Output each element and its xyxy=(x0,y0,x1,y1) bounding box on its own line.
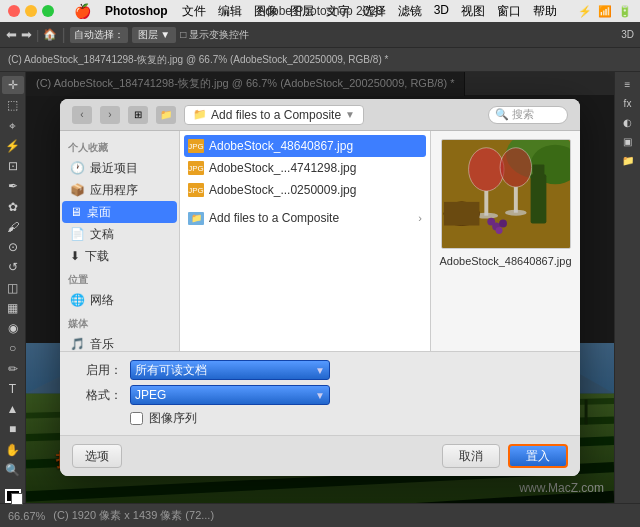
sidebar-label-music: 音乐 xyxy=(90,336,114,352)
file-name-2: AdobeStock_...0250009.jpg xyxy=(209,183,356,197)
enable-select-arrow: ▼ xyxy=(315,365,325,376)
cancel-button[interactable]: 取消 xyxy=(442,444,500,468)
panel-btn-5[interactable]: 📁 xyxy=(619,152,637,169)
blur-tool[interactable]: ◉ xyxy=(2,319,24,337)
svg-rect-23 xyxy=(484,191,488,216)
svg-point-35 xyxy=(495,227,502,234)
menu-window[interactable]: 窗口 xyxy=(497,3,521,20)
text-tool[interactable]: T xyxy=(2,380,24,398)
main-area: ✛ ⬚ ⌖ ⚡ ⊡ ✒ ✿ 🖌 ⊙ ↺ ◫ ▦ ◉ ○ ✏ T ▲ ■ ✋ 🔍 … xyxy=(0,72,640,503)
file-item-2[interactable]: JPG AdobeStock_...0250009.jpg xyxy=(184,179,426,201)
menu-file[interactable]: 文件 xyxy=(182,3,206,20)
close-window-btn[interactable] xyxy=(8,5,20,17)
dialog-back-btn[interactable]: ‹ xyxy=(72,106,92,124)
folder-item-0[interactable]: 📁 Add files to a Composite › xyxy=(184,207,426,229)
dialog-sidebar: 个人收藏 🕐 最近项目 📦 应用程序 🖥 桌面 xyxy=(60,131,180,351)
panel-btn-3[interactable]: ◐ xyxy=(620,114,635,131)
file-icon-0: JPG xyxy=(188,139,204,153)
history-brush-tool[interactable]: ↺ xyxy=(2,258,24,276)
ps-main-toolbar: ⬅ ➡ | 🏠 | 自动选择： 图层 ▼ □ 显示变换控件 3D xyxy=(0,22,640,48)
dialog-path-text: Add files to a Composite xyxy=(211,108,341,122)
traffic-lights xyxy=(8,5,54,17)
file-item-0[interactable]: JPG AdobeStock_48640867.jpg xyxy=(184,135,426,157)
pen-tool[interactable]: ✏ xyxy=(2,360,24,378)
apple-logo[interactable]: 🍎 xyxy=(74,3,91,19)
clone-stamp-tool[interactable]: ⊙ xyxy=(2,238,24,256)
folder-name: Add files to a Composite xyxy=(209,211,339,225)
ps-forward-icon[interactable]: ➡ xyxy=(21,27,32,42)
sidebar-label-documents: 文稿 xyxy=(90,226,114,243)
downloads-icon: ⬇ xyxy=(70,249,80,263)
sidebar-item-recent[interactable]: 🕐 最近项目 xyxy=(62,157,177,179)
footer-left: 选项 xyxy=(72,444,122,468)
file-icon-1: JPG xyxy=(188,161,204,175)
dialog-search-box[interactable]: 🔍 搜索 xyxy=(488,106,568,124)
maximize-window-btn[interactable] xyxy=(42,5,54,17)
quick-select-tool[interactable]: ⚡ xyxy=(2,137,24,155)
ps-show-transform-checkbox[interactable]: □ 显示变换控件 xyxy=(180,28,249,42)
image-sequence-label: 图像序列 xyxy=(149,410,197,427)
lasso-tool[interactable]: ⌖ xyxy=(2,117,24,135)
menu-help[interactable]: 帮助 xyxy=(533,3,557,20)
file-name-1: AdobeStock_...4741298.jpg xyxy=(209,161,356,175)
menu-filter[interactable]: 滤镜 xyxy=(398,3,422,20)
path-select-tool[interactable]: ▲ xyxy=(2,400,24,418)
svg-rect-29 xyxy=(532,164,544,179)
format-row: 格式： JPEG ▼ xyxy=(72,385,568,405)
ps-back-icon[interactable]: ⬅ xyxy=(6,27,17,42)
brush-tool[interactable]: 🖌 xyxy=(2,218,24,236)
shape-tool[interactable]: ■ xyxy=(2,420,24,438)
dialog-forward-btn[interactable]: › xyxy=(100,106,120,124)
panel-btn-4[interactable]: ▣ xyxy=(620,133,635,150)
zoom-tool[interactable]: 🔍 xyxy=(2,461,24,479)
enable-select[interactable]: 所有可读文档 ▼ xyxy=(130,360,330,380)
image-sequence-row: 图像序列 xyxy=(130,410,568,427)
sidebar-item-downloads[interactable]: ⬇ 下载 xyxy=(62,245,177,267)
ps-home-icon[interactable]: 🏠 xyxy=(43,28,57,41)
sidebar-item-music[interactable]: 🎵 音乐 xyxy=(62,333,177,351)
file-icon-2: JPG xyxy=(188,183,204,197)
image-sequence-checkbox[interactable] xyxy=(130,412,143,425)
options-button[interactable]: 选项 xyxy=(72,444,122,468)
menu-3d[interactable]: 3D xyxy=(434,3,449,20)
move-tool[interactable]: ✛ xyxy=(2,76,24,94)
dialog-path-label[interactable]: 📁 Add files to a Composite ▼ xyxy=(184,105,364,125)
crop-tool[interactable]: ⊡ xyxy=(2,157,24,175)
sidebar-label-recent: 最近项目 xyxy=(90,160,138,177)
minimize-window-btn[interactable] xyxy=(25,5,37,17)
sidebar-item-applications[interactable]: 📦 应用程序 xyxy=(62,179,177,201)
file-name-0: AdobeStock_48640867.jpg xyxy=(209,139,353,153)
favorites-title: 个人收藏 xyxy=(60,139,179,157)
file-list: JPG AdobeStock_48640867.jpg JPG AdobeSto… xyxy=(180,131,430,351)
sidebar-item-desktop[interactable]: 🖥 桌面 xyxy=(62,201,177,223)
gradient-tool[interactable]: ▦ xyxy=(2,299,24,317)
dialog-search-placeholder: 搜索 xyxy=(512,107,534,122)
healing-brush-tool[interactable]: ✿ xyxy=(2,198,24,216)
format-select[interactable]: JPEG ▼ xyxy=(130,385,330,405)
sidebar-item-documents[interactable]: 📄 文稿 xyxy=(62,223,177,245)
place-button[interactable]: 置入 xyxy=(508,444,568,468)
eyedropper-tool[interactable]: ✒ xyxy=(2,177,24,195)
menu-edit[interactable]: 编辑 xyxy=(218,3,242,20)
tools-panel: ✛ ⬚ ⌖ ⚡ ⊡ ✒ ✿ 🖌 ⊙ ↺ ◫ ▦ ◉ ○ ✏ T ▲ ■ ✋ 🔍 xyxy=(0,72,26,503)
dodge-tool[interactable]: ○ xyxy=(2,339,24,357)
eraser-tool[interactable]: ◫ xyxy=(2,279,24,297)
media-section: 媒体 🎵 音乐 xyxy=(60,315,179,351)
panel-btn-1[interactable]: ≡ xyxy=(622,76,634,93)
sidebar-item-network[interactable]: 🌐 网络 xyxy=(62,289,177,311)
dialog-view-btn[interactable]: ⊞ xyxy=(128,106,148,124)
svg-point-33 xyxy=(499,220,507,228)
menu-view[interactable]: 视图 xyxy=(461,3,485,20)
ps-options-bar: (C) AdobeStock_184741298-恢复的.jpg @ 66.7%… xyxy=(0,48,640,72)
hand-tool[interactable]: ✋ xyxy=(2,441,24,459)
selection-tool[interactable]: ⬚ xyxy=(2,96,24,114)
file-item-1[interactable]: JPG AdobeStock_...4741298.jpg xyxy=(184,157,426,179)
dialog-folder-btn[interactable]: 📁 xyxy=(156,106,176,124)
right-panel: ≡ fx ◐ ▣ 📁 xyxy=(614,72,640,503)
panel-btn-2[interactable]: fx xyxy=(621,95,635,112)
foreground-color[interactable] xyxy=(5,489,21,503)
dialog-body: 个人收藏 🕐 最近项目 📦 应用程序 🖥 桌面 xyxy=(60,131,580,351)
background-color[interactable] xyxy=(11,493,23,505)
ps-layer-select[interactable]: 图层 ▼ xyxy=(132,27,177,43)
preview-svg xyxy=(442,139,570,249)
